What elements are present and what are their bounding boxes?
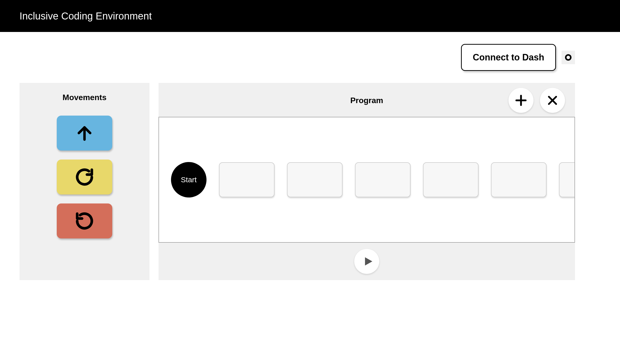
connection-status [562, 51, 575, 64]
program-slot[interactable] [559, 162, 575, 197]
program-slot[interactable] [219, 162, 274, 197]
movement-forward[interactable] [57, 116, 112, 151]
movement-turn-right[interactable] [57, 160, 112, 194]
program-slot[interactable] [287, 162, 342, 197]
top-bar: Connect to Dash [0, 32, 620, 83]
start-label: Start [181, 176, 196, 184]
program-slot[interactable] [423, 162, 478, 197]
add-step-button[interactable] [508, 88, 534, 113]
program-panel: Program Start [158, 83, 575, 280]
movements-title: Movements [62, 93, 106, 102]
connect-to-dash-button[interactable]: Connect to Dash [461, 44, 556, 71]
program-header: Program [158, 83, 575, 117]
program-slot[interactable] [491, 162, 546, 197]
clear-program-button[interactable] [540, 88, 565, 113]
connect-button-label: Connect to Dash [473, 52, 544, 62]
program-actions [508, 88, 565, 113]
app-header: Inclusive Coding Environment [0, 0, 620, 32]
run-bar [158, 243, 575, 280]
svg-marker-6 [365, 257, 372, 266]
rotate-cw-icon [75, 167, 94, 187]
program-strip: Start [158, 117, 575, 243]
rotate-ccw-icon [75, 211, 94, 231]
program-title: Program [350, 96, 383, 105]
program-slot[interactable] [355, 162, 410, 197]
plus-icon [514, 93, 528, 107]
run-program-button[interactable] [354, 249, 379, 274]
status-circle-icon [564, 54, 572, 61]
app-title: Inclusive Coding Environment [20, 10, 152, 22]
main-area: Movements Program [0, 83, 620, 280]
svg-point-0 [566, 55, 571, 60]
arrow-up-icon [75, 123, 94, 143]
x-icon [546, 94, 559, 107]
start-node: Start [171, 162, 206, 197]
movements-panel: Movements [20, 83, 150, 280]
play-icon [362, 256, 373, 267]
movement-turn-left[interactable] [57, 203, 112, 238]
